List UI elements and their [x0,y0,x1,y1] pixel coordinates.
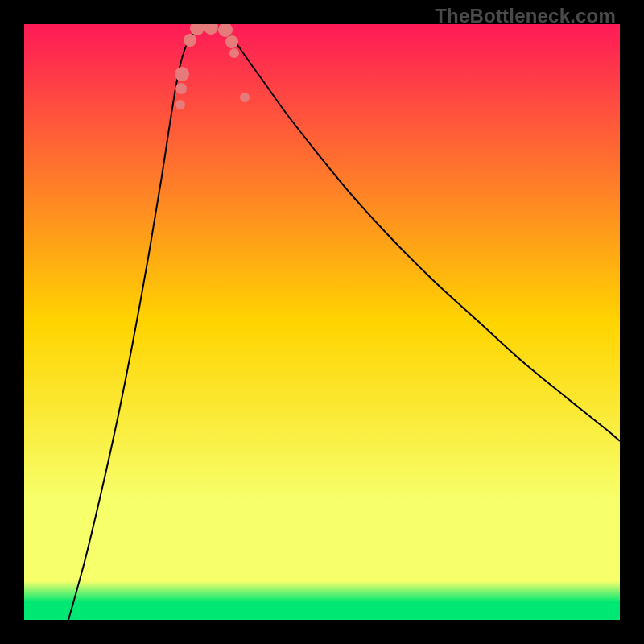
plot-area [24,24,620,620]
gradient-background [24,24,620,620]
data-marker [229,48,239,58]
data-marker [240,93,250,102]
data-marker [175,100,185,109]
data-marker [175,67,189,81]
data-marker [184,34,196,47]
data-marker [175,83,187,94]
data-marker [225,35,238,48]
chart-frame: { "watermark": "TheBottleneck.com", "col… [0,0,644,644]
chart-svg [24,24,620,620]
